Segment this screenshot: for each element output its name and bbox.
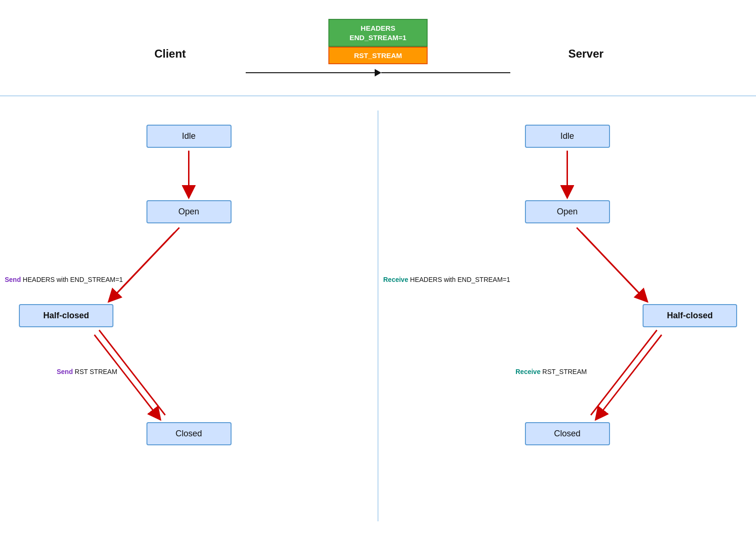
client-transition1-label: Send HEADERS with END_STREAM=1 [5,276,123,283]
server-closed-box: Closed [525,422,610,445]
client-transition2-label: Send RST STREAM [57,368,117,375]
top-section: Client HEADERS END_STREAM=1 RST_STREAM [0,0,756,91]
server-open-box: Open [525,200,610,223]
svg-line-15 [595,335,662,420]
svg-line-14 [576,228,643,297]
client-idle-box: Idle [146,125,232,148]
svg-line-9 [94,335,161,420]
client-halfclosed-box: Half-closed [19,304,113,327]
rst-frame: RST_STREAM [328,47,428,64]
client-label: Client [155,47,186,60]
client-area: Client [94,35,246,60]
message-arrow: HEADERS END_STREAM=1 RST_STREAM [246,19,510,76]
arrow-line [246,69,510,76]
frame-stack: HEADERS END_STREAM=1 RST_STREAM [328,19,428,64]
svg-line-16 [591,330,657,415]
svg-line-8 [113,228,180,297]
client-open-box: Open [146,200,232,223]
svg-line-13 [581,232,647,302]
diagram-section: Idle Open Half-closed Closed Send HEADER… [0,96,756,521]
svg-line-7 [109,232,175,302]
server-halfclosed-box: Half-closed [643,304,737,327]
server-idle-box: Idle [525,125,610,148]
server-transition1-label: Receive HEADERS with END_STREAM=1 [383,276,510,283]
server-transition2-label: Receive RST_STREAM [515,368,587,375]
client-closed-box: Closed [146,422,232,445]
headers-frame: HEADERS END_STREAM=1 [328,19,428,47]
server-area: Server [510,35,662,60]
server-label: Server [568,47,604,60]
client-diagram: Idle Open Half-closed Closed Send HEADER… [0,110,378,521]
server-diagram: Idle Open Half-closed Closed Receive HEA… [378,110,756,521]
